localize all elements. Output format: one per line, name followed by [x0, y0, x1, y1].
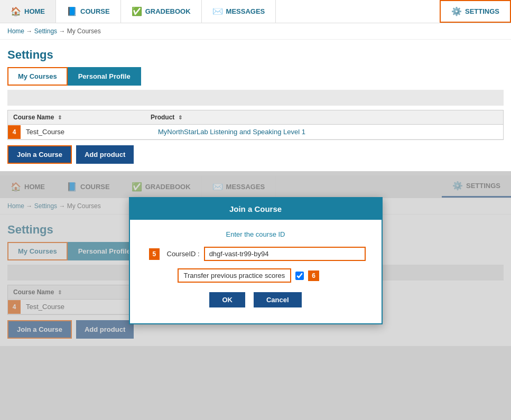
- sort-arrow-course: ⇕: [58, 115, 62, 120]
- dialog-backdrop: Join a Course Enter the course ID 5 Cour…: [0, 175, 511, 346]
- breadcrumb-mycourses: My Courses: [67, 27, 101, 35]
- courseid-label: CourseID :: [167, 250, 200, 258]
- transfer-checkbox[interactable]: [295, 272, 304, 280]
- transfer-row: Transfer previous practice scores 6: [178, 268, 366, 283]
- table-header-1: Course Name ⇕ Product ⇕: [8, 110, 503, 125]
- cancel-button[interactable]: Cancel: [254, 292, 302, 307]
- sort-arrow-product: ⇕: [178, 115, 182, 120]
- step-5-badge: 5: [149, 248, 160, 260]
- dialog-subtitle: Enter the course ID: [146, 230, 366, 238]
- col-course-header: Course Name ⇕: [13, 114, 151, 121]
- buttons-row-1: Join a Course Add product: [0, 140, 511, 171]
- col-product-header: Product ⇕: [151, 114, 498, 121]
- join-course-button-1[interactable]: Join a Course: [7, 145, 72, 164]
- page-title-1: Settings: [0, 40, 511, 67]
- tabs-1: My Courses Personal Profile: [0, 67, 511, 86]
- breadcrumb-1: Home → Settings → My Courses: [0, 23, 511, 40]
- breadcrumb-settings[interactable]: Settings: [34, 27, 57, 35]
- panel-2: 🏠 HOME 📘 COURSE ✅ GRADEBOOK ✉️ MESSAGES …: [0, 175, 511, 346]
- breadcrumb-home[interactable]: Home: [7, 27, 24, 35]
- cell-product-1: MyNorthStarLab Listening and Speaking Le…: [158, 128, 498, 136]
- nav-gradebook[interactable]: ✅ GRADEBOOK: [121, 0, 202, 23]
- nav-course[interactable]: 📘 COURSE: [56, 0, 121, 23]
- add-product-button-1[interactable]: Add product: [76, 145, 134, 164]
- messages-icon: ✉️: [212, 6, 223, 16]
- cell-course-1: Test_Course: [26, 128, 158, 136]
- step-6-badge: 6: [308, 270, 319, 281]
- nav-bar-1: 🏠 HOME 📘 COURSE ✅ GRADEBOOK ✉️ MESSAGES …: [0, 0, 511, 23]
- courseid-field-row: 5 CourseID :: [167, 247, 366, 261]
- row-num-1: 4: [8, 125, 21, 139]
- dialog-title: Join a Course: [130, 198, 382, 220]
- settings-icon: ⚙️: [451, 6, 462, 16]
- nav-home[interactable]: 🏠 HOME: [0, 0, 56, 23]
- ok-button[interactable]: OK: [209, 292, 245, 307]
- panel-1: 🏠 HOME 📘 COURSE ✅ GRADEBOOK ✉️ MESSAGES …: [0, 0, 511, 171]
- tab-personal-1[interactable]: Personal Profile: [68, 67, 141, 86]
- courseid-input[interactable]: [204, 247, 366, 261]
- course-icon: 📘: [67, 6, 77, 16]
- table-row-1: 4 Test_Course MyNorthStarLab Listening a…: [8, 125, 503, 139]
- transfer-label: Transfer previous practice scores: [178, 268, 292, 283]
- gradebook-icon: ✅: [132, 6, 142, 16]
- join-course-dialog: Join a Course Enter the course ID 5 Cour…: [129, 197, 383, 324]
- dialog-buttons: OK Cancel: [146, 292, 366, 313]
- nav-messages[interactable]: ✉️ MESSAGES: [202, 0, 276, 23]
- nav-settings[interactable]: ⚙️ SETTINGS: [440, 0, 511, 23]
- gray-area-1: [7, 90, 504, 106]
- tab-mycourses-1[interactable]: My Courses: [7, 67, 68, 86]
- course-table-1: Course Name ⇕ Product ⇕ 4 Test_Course My…: [7, 110, 504, 140]
- home-icon: 🏠: [11, 6, 21, 16]
- dialog-body: Enter the course ID 5 CourseID : Transfe…: [130, 220, 382, 323]
